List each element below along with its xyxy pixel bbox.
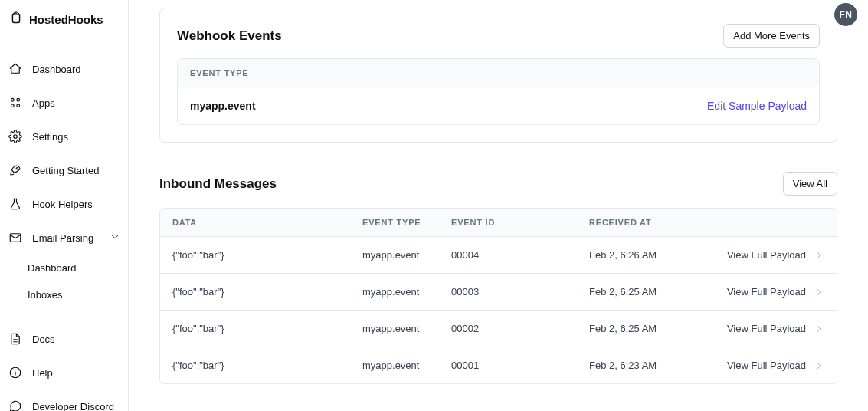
- sidebar-item-label: Docs: [32, 334, 55, 345]
- sidebar-item-label: Developer Discord: [32, 401, 114, 412]
- user-avatar[interactable]: FN: [834, 3, 857, 26]
- sidebar-item-email-parsing[interactable]: Email Parsing: [0, 222, 128, 253]
- cell-event-id: 00003: [451, 286, 589, 298]
- event-type-name: myapp.event: [190, 100, 256, 112]
- event-type-header: EVENT TYPE: [178, 59, 819, 87]
- brand-logo-icon: [8, 9, 25, 29]
- cell-data: {"foo":"bar"}: [172, 360, 362, 371]
- table-row: {"foo":"bar"} myapp.event 00004 Feb 2, 6…: [160, 237, 837, 274]
- table-row: {"foo":"bar"} myapp.event 00003 Feb 2, 6…: [160, 274, 837, 311]
- table-row: {"foo":"bar"} myapp.event 00002 Feb 2, 6…: [160, 311, 837, 347]
- edit-sample-payload-link[interactable]: Edit Sample Payload: [707, 100, 807, 112]
- sidebar: HostedHooks Dashboard Apps Settings: [0, 0, 129, 411]
- view-full-payload-link[interactable]: View Full Payload: [727, 323, 806, 334]
- inbound-messages-section: Inbound Messages View All DATA EVENT TYP…: [159, 172, 837, 384]
- home-icon: [8, 61, 23, 77]
- cell-received-at: Feb 2, 6:25 AM: [589, 286, 687, 298]
- table-header-row: DATA EVENT TYPE EVENT ID RECEIVED AT: [160, 209, 837, 237]
- cell-data: {"foo":"bar"}: [172, 286, 362, 298]
- inbound-messages-title: Inbound Messages: [159, 176, 277, 192]
- view-full-payload-link[interactable]: View Full Payload: [727, 249, 806, 261]
- sidebar-subitem-dashboard[interactable]: Dashboard: [0, 256, 128, 280]
- sidebar-item-help[interactable]: Help: [0, 357, 128, 388]
- sidebar-subitem-inboxes[interactable]: Inboxes: [0, 283, 128, 307]
- cell-event-type: myapp.event: [362, 286, 451, 298]
- svg-point-2: [11, 104, 14, 107]
- svg-point-0: [11, 98, 14, 101]
- avatar-initials: FN: [840, 9, 853, 20]
- webhook-events-title: Webhook Events: [177, 28, 282, 44]
- sidebar-item-label: Getting Started: [32, 165, 99, 176]
- sidebar-item-label: Settings: [32, 131, 68, 143]
- col-header-event-type: EVENT TYPE: [362, 218, 451, 227]
- svg-point-4: [14, 135, 18, 139]
- svg-point-1: [17, 98, 20, 101]
- flask-icon: [8, 196, 23, 212]
- sidebar-item-docs[interactable]: Docs: [0, 324, 128, 354]
- col-header-event-id: EVENT ID: [451, 218, 589, 227]
- cell-data: {"foo":"bar"}: [172, 323, 362, 334]
- sidebar-item-label: Apps: [32, 97, 55, 109]
- webhook-event-row: myapp.event Edit Sample Payload: [178, 87, 819, 124]
- chat-icon: [8, 399, 23, 411]
- view-full-payload-link[interactable]: View Full Payload: [727, 360, 806, 371]
- document-icon: [8, 331, 23, 347]
- sidebar-subitem-label: Inboxes: [28, 289, 63, 301]
- view-all-button[interactable]: View All: [783, 172, 837, 196]
- sidebar-item-label: Hook Helpers: [32, 199, 93, 210]
- sidebar-item-getting-started[interactable]: Getting Started: [0, 155, 128, 186]
- col-header-data: DATA: [172, 218, 362, 227]
- cell-received-at: Feb 2, 6:23 AM: [589, 360, 687, 371]
- main-content: FN Webhook Events Add More Events EVENT …: [129, 0, 868, 411]
- col-header-received-at: RECEIVED AT: [589, 218, 687, 227]
- cell-received-at: Feb 2, 6:26 AM: [589, 249, 687, 261]
- rocket-icon: [8, 163, 23, 178]
- add-more-events-button[interactable]: Add More Events: [723, 24, 820, 48]
- sidebar-item-label: Help: [32, 367, 53, 379]
- sidebar-item-developer-discord[interactable]: Developer Discord: [0, 391, 128, 411]
- cell-event-type: myapp.event: [362, 249, 451, 261]
- sidebar-item-label: Dashboard: [32, 64, 81, 75]
- sidebar-subitem-label: Dashboard: [28, 262, 77, 274]
- cell-event-id: 00001: [451, 360, 589, 371]
- nav: Dashboard Apps Settings Getting Started: [0, 40, 128, 411]
- chevron-right-icon: [814, 287, 824, 298]
- sidebar-item-apps[interactable]: Apps: [0, 87, 128, 118]
- cell-event-id: 00004: [451, 249, 589, 261]
- sidebar-item-dashboard[interactable]: Dashboard: [0, 54, 128, 84]
- info-icon: [8, 365, 23, 380]
- cell-event-id: 00002: [451, 323, 589, 334]
- gear-icon: [8, 129, 23, 144]
- chevron-right-icon: [814, 360, 824, 371]
- cell-data: {"foo":"bar"}: [172, 249, 362, 261]
- view-full-payload-link[interactable]: View Full Payload: [727, 286, 806, 298]
- cell-event-type: myapp.event: [362, 360, 451, 371]
- svg-rect-6: [10, 234, 21, 242]
- brand[interactable]: HostedHooks: [0, 0, 128, 40]
- mail-icon: [8, 230, 23, 245]
- inbound-messages-table: DATA EVENT TYPE EVENT ID RECEIVED AT {"f…: [159, 208, 837, 384]
- sidebar-item-settings[interactable]: Settings: [0, 121, 128, 152]
- chevron-down-icon: [110, 232, 120, 245]
- chevron-right-icon: [814, 250, 824, 261]
- chevron-right-icon: [814, 324, 824, 334]
- cell-event-type: myapp.event: [362, 323, 451, 334]
- webhook-events-box: EVENT TYPE myapp.event Edit Sample Paylo…: [177, 58, 820, 125]
- cell-received-at: Feb 2, 6:25 AM: [589, 323, 687, 334]
- svg-point-5: [16, 168, 18, 169]
- sidebar-item-hook-helpers[interactable]: Hook Helpers: [0, 189, 128, 219]
- brand-name: HostedHooks: [29, 13, 103, 26]
- svg-point-3: [17, 104, 20, 107]
- webhook-events-card: Webhook Events Add More Events EVENT TYP…: [159, 8, 837, 143]
- table-row: {"foo":"bar"} myapp.event 00001 Feb 2, 6…: [160, 347, 837, 383]
- apps-icon: [8, 95, 23, 110]
- sidebar-item-label: Email Parsing: [32, 232, 93, 244]
